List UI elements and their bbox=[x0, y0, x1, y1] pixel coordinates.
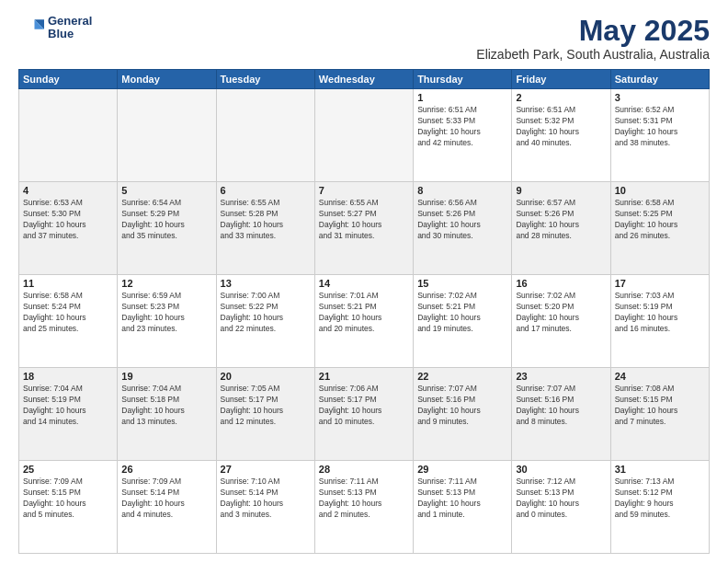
logo-text: General Blue bbox=[48, 15, 92, 41]
calendar-cell: 3Sunrise: 6:52 AM Sunset: 5:31 PM Daylig… bbox=[610, 89, 709, 182]
day-info: Sunrise: 6:57 AM Sunset: 5:26 PM Dayligh… bbox=[516, 198, 606, 242]
logo: General Blue bbox=[18, 15, 92, 41]
calendar-cell: 6Sunrise: 6:55 AM Sunset: 5:28 PM Daylig… bbox=[216, 182, 314, 275]
week-row-4: 18Sunrise: 7:04 AM Sunset: 5:19 PM Dayli… bbox=[19, 368, 710, 461]
day-info: Sunrise: 6:59 AM Sunset: 5:23 PM Dayligh… bbox=[121, 291, 211, 335]
calendar-cell: 8Sunrise: 6:56 AM Sunset: 5:26 PM Daylig… bbox=[414, 182, 512, 275]
day-info: Sunrise: 6:58 AM Sunset: 5:24 PM Dayligh… bbox=[23, 291, 113, 335]
calendar-cell: 27Sunrise: 7:10 AM Sunset: 5:14 PM Dayli… bbox=[216, 461, 314, 554]
day-number: 24 bbox=[615, 371, 705, 382]
day-info: Sunrise: 6:53 AM Sunset: 5:30 PM Dayligh… bbox=[23, 198, 113, 242]
day-info: Sunrise: 7:11 AM Sunset: 5:13 PM Dayligh… bbox=[417, 477, 507, 521]
calendar-cell: 14Sunrise: 7:01 AM Sunset: 5:21 PM Dayli… bbox=[314, 275, 413, 368]
day-info: Sunrise: 7:01 AM Sunset: 5:21 PM Dayligh… bbox=[319, 291, 409, 335]
day-header-saturday: Saturday bbox=[610, 70, 709, 89]
day-number: 23 bbox=[516, 371, 606, 382]
calendar-cell: 13Sunrise: 7:00 AM Sunset: 5:22 PM Dayli… bbox=[216, 275, 314, 368]
day-number: 16 bbox=[516, 278, 606, 289]
calendar-cell: 18Sunrise: 7:04 AM Sunset: 5:19 PM Dayli… bbox=[19, 368, 118, 461]
day-info: Sunrise: 7:09 AM Sunset: 5:15 PM Dayligh… bbox=[23, 477, 113, 521]
calendar-cell: 21Sunrise: 7:06 AM Sunset: 5:17 PM Dayli… bbox=[314, 368, 413, 461]
day-number: 3 bbox=[615, 92, 705, 103]
calendar-cell: 23Sunrise: 7:07 AM Sunset: 5:16 PM Dayli… bbox=[512, 368, 610, 461]
week-row-2: 4Sunrise: 6:53 AM Sunset: 5:30 PM Daylig… bbox=[19, 182, 710, 275]
day-info: Sunrise: 7:02 AM Sunset: 5:20 PM Dayligh… bbox=[516, 291, 606, 335]
calendar-cell: 16Sunrise: 7:02 AM Sunset: 5:20 PM Dayli… bbox=[512, 275, 610, 368]
calendar-cell: 25Sunrise: 7:09 AM Sunset: 5:15 PM Dayli… bbox=[19, 461, 118, 554]
calendar-cell: 9Sunrise: 6:57 AM Sunset: 5:26 PM Daylig… bbox=[512, 182, 610, 275]
calendar-cell bbox=[314, 89, 413, 182]
calendar-header-row: SundayMondayTuesdayWednesdayThursdayFrid… bbox=[19, 70, 710, 89]
day-info: Sunrise: 7:08 AM Sunset: 5:15 PM Dayligh… bbox=[615, 384, 705, 428]
day-number: 14 bbox=[319, 278, 409, 289]
day-number: 25 bbox=[23, 464, 113, 475]
title-block: May 2025 Elizabeth Park, South Australia… bbox=[476, 15, 710, 62]
day-info: Sunrise: 7:11 AM Sunset: 5:13 PM Dayligh… bbox=[319, 477, 409, 521]
day-number: 12 bbox=[121, 278, 211, 289]
calendar-cell: 29Sunrise: 7:11 AM Sunset: 5:13 PM Dayli… bbox=[414, 461, 512, 554]
calendar: SundayMondayTuesdayWednesdayThursdayFrid… bbox=[18, 69, 710, 554]
day-info: Sunrise: 7:04 AM Sunset: 5:19 PM Dayligh… bbox=[23, 384, 113, 428]
week-row-1: 1Sunrise: 6:51 AM Sunset: 5:33 PM Daylig… bbox=[19, 89, 710, 182]
day-info: Sunrise: 7:13 AM Sunset: 5:12 PM Dayligh… bbox=[615, 477, 705, 521]
day-info: Sunrise: 6:55 AM Sunset: 5:28 PM Dayligh… bbox=[221, 198, 311, 242]
day-header-sunday: Sunday bbox=[19, 70, 118, 89]
calendar-cell: 22Sunrise: 7:07 AM Sunset: 5:16 PM Dayli… bbox=[414, 368, 512, 461]
day-info: Sunrise: 7:06 AM Sunset: 5:17 PM Dayligh… bbox=[319, 384, 409, 428]
day-number: 5 bbox=[121, 185, 211, 196]
calendar-cell: 15Sunrise: 7:02 AM Sunset: 5:21 PM Dayli… bbox=[414, 275, 512, 368]
day-number: 27 bbox=[221, 464, 311, 475]
day-number: 11 bbox=[23, 278, 113, 289]
day-number: 19 bbox=[121, 371, 211, 382]
calendar-cell: 1Sunrise: 6:51 AM Sunset: 5:33 PM Daylig… bbox=[414, 89, 512, 182]
calendar-cell bbox=[19, 89, 118, 182]
calendar-cell bbox=[118, 89, 216, 182]
calendar-cell: 10Sunrise: 6:58 AM Sunset: 5:25 PM Dayli… bbox=[610, 182, 709, 275]
day-info: Sunrise: 6:58 AM Sunset: 5:25 PM Dayligh… bbox=[615, 198, 705, 242]
day-header-friday: Friday bbox=[512, 70, 610, 89]
day-info: Sunrise: 6:54 AM Sunset: 5:29 PM Dayligh… bbox=[121, 198, 211, 242]
calendar-cell: 7Sunrise: 6:55 AM Sunset: 5:27 PM Daylig… bbox=[314, 182, 413, 275]
day-number: 20 bbox=[221, 371, 311, 382]
calendar-cell: 11Sunrise: 6:58 AM Sunset: 5:24 PM Dayli… bbox=[19, 275, 118, 368]
day-number: 2 bbox=[516, 92, 606, 103]
day-number: 29 bbox=[417, 464, 507, 475]
day-info: Sunrise: 7:00 AM Sunset: 5:22 PM Dayligh… bbox=[221, 291, 311, 335]
day-number: 17 bbox=[615, 278, 705, 289]
day-info: Sunrise: 6:51 AM Sunset: 5:33 PM Dayligh… bbox=[417, 105, 507, 149]
calendar-cell: 26Sunrise: 7:09 AM Sunset: 5:14 PM Dayli… bbox=[118, 461, 216, 554]
day-number: 26 bbox=[121, 464, 211, 475]
day-info: Sunrise: 6:52 AM Sunset: 5:31 PM Dayligh… bbox=[615, 105, 705, 149]
day-info: Sunrise: 7:02 AM Sunset: 5:21 PM Dayligh… bbox=[417, 291, 507, 335]
day-number: 10 bbox=[615, 185, 705, 196]
page: General Blue May 2025 Elizabeth Park, So… bbox=[0, 0, 728, 563]
calendar-cell: 17Sunrise: 7:03 AM Sunset: 5:19 PM Dayli… bbox=[610, 275, 709, 368]
day-info: Sunrise: 7:10 AM Sunset: 5:14 PM Dayligh… bbox=[221, 477, 311, 521]
day-number: 7 bbox=[319, 185, 409, 196]
day-header-wednesday: Wednesday bbox=[314, 70, 413, 89]
day-header-thursday: Thursday bbox=[414, 70, 512, 89]
day-info: Sunrise: 7:07 AM Sunset: 5:16 PM Dayligh… bbox=[516, 384, 606, 428]
day-number: 28 bbox=[319, 464, 409, 475]
week-row-5: 25Sunrise: 7:09 AM Sunset: 5:15 PM Dayli… bbox=[19, 461, 710, 554]
day-number: 6 bbox=[221, 185, 311, 196]
calendar-cell: 20Sunrise: 7:05 AM Sunset: 5:17 PM Dayli… bbox=[216, 368, 314, 461]
day-number: 4 bbox=[23, 185, 113, 196]
day-number: 31 bbox=[615, 464, 705, 475]
calendar-cell: 28Sunrise: 7:11 AM Sunset: 5:13 PM Dayli… bbox=[314, 461, 413, 554]
calendar-cell: 5Sunrise: 6:54 AM Sunset: 5:29 PM Daylig… bbox=[118, 182, 216, 275]
calendar-cell: 24Sunrise: 7:08 AM Sunset: 5:15 PM Dayli… bbox=[610, 368, 709, 461]
day-info: Sunrise: 7:03 AM Sunset: 5:19 PM Dayligh… bbox=[615, 291, 705, 335]
day-info: Sunrise: 7:09 AM Sunset: 5:14 PM Dayligh… bbox=[121, 477, 211, 521]
day-number: 9 bbox=[516, 185, 606, 196]
day-info: Sunrise: 6:51 AM Sunset: 5:32 PM Dayligh… bbox=[516, 105, 606, 149]
day-number: 18 bbox=[23, 371, 113, 382]
day-number: 15 bbox=[417, 278, 507, 289]
day-info: Sunrise: 7:05 AM Sunset: 5:17 PM Dayligh… bbox=[221, 384, 311, 428]
day-number: 1 bbox=[417, 92, 507, 103]
day-number: 30 bbox=[516, 464, 606, 475]
day-info: Sunrise: 7:12 AM Sunset: 5:13 PM Dayligh… bbox=[516, 477, 606, 521]
day-info: Sunrise: 6:55 AM Sunset: 5:27 PM Dayligh… bbox=[319, 198, 409, 242]
calendar-cell: 30Sunrise: 7:12 AM Sunset: 5:13 PM Dayli… bbox=[512, 461, 610, 554]
day-info: Sunrise: 7:04 AM Sunset: 5:18 PM Dayligh… bbox=[121, 384, 211, 428]
